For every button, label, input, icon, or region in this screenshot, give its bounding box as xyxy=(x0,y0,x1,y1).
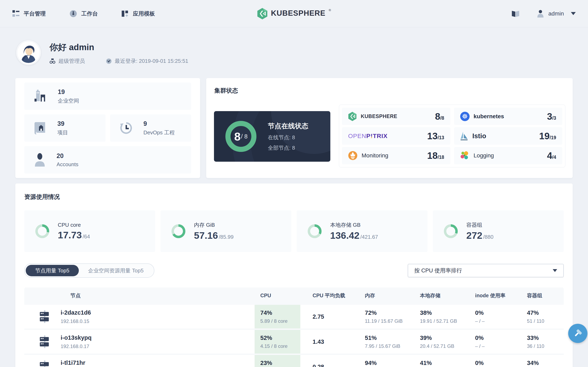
topbar: 平台管理 工作台 xyxy=(0,0,588,27)
projects-count: 39 xyxy=(57,120,68,127)
docs-book-icon[interactable] xyxy=(511,10,520,17)
component-total: /3 xyxy=(552,115,556,121)
workspaces-count: 19 xyxy=(58,88,79,96)
chevron-down-icon xyxy=(571,12,576,15)
node-name: i-2dazc1d6 xyxy=(61,309,91,316)
component-total: /13 xyxy=(438,135,444,141)
project-icon xyxy=(34,121,47,135)
toolbox-fab-button[interactable] xyxy=(568,324,587,343)
cpu-cell: 74% 5.89 / 8 core xyxy=(255,305,300,328)
accounts-label: Accounts xyxy=(57,161,78,167)
component-logging: Logging 4/4 xyxy=(454,147,562,164)
node-status-heading: 节点在线状态 xyxy=(268,122,308,131)
memory-gauge: 内存 GiB 57.16/85.99 xyxy=(160,210,291,252)
devops-tile[interactable]: 9 DevOps 工程 xyxy=(110,114,191,142)
node-usage-table: 节点 CPU CPU 平均负载 内存 本地存储 inode 使用率 容器组 xyxy=(24,287,564,367)
nodes-total-line: 全部节点: 8 xyxy=(268,144,308,151)
kubesphere-hexagon-icon xyxy=(348,112,357,121)
last-login-label: 最近登录: 2019-09-01 15:25:51 xyxy=(115,58,188,65)
component-name: Logging xyxy=(474,152,494,159)
node-name: i-tl1i71hr xyxy=(61,359,86,366)
devops-icon xyxy=(120,121,133,135)
node-ip: 192.168.0.17 xyxy=(61,343,92,349)
workspaces-tile[interactable]: 19 企业空间 xyxy=(24,83,191,110)
component-kubernetes: ☸ kubernetes 3/3 xyxy=(454,108,562,125)
accounts-icon xyxy=(34,153,46,167)
gauge-total: /880 xyxy=(483,234,493,240)
hammer-icon xyxy=(572,328,584,339)
col-header-inode: inode 使用率 xyxy=(471,292,523,299)
pods-cell: 47% 51 / 110 xyxy=(523,305,564,328)
gauge-value: 17.73 xyxy=(58,229,82,241)
node-name: i-o13skypq xyxy=(61,334,92,341)
gauge-label: CPU core xyxy=(58,222,90,228)
gauge-label: 内存 GiB xyxy=(194,221,233,229)
node-icon xyxy=(39,310,50,323)
nodes-online-value: 8 xyxy=(234,130,241,143)
node-status-donut: 8 / 8 xyxy=(225,121,256,152)
table-row[interactable]: i-o13skypq 192.168.0.17 52% 4.15 / 8 cor… xyxy=(24,330,564,354)
cpu-cell: 52% 4.15 / 8 core xyxy=(255,330,300,354)
dashboard-icon xyxy=(69,10,77,17)
gauge-value: 272 xyxy=(466,230,482,241)
storage-cell: 41% 21.56 / 52.71 GB xyxy=(416,355,471,367)
logo-text: KUBESPHERE xyxy=(271,8,325,18)
kubesphere-logo[interactable]: KUBESPHERE ® xyxy=(257,8,331,19)
inode-cell: 0% – / – xyxy=(471,355,523,367)
cpu-gauge: CPU core 17.73/64 xyxy=(24,210,155,252)
user-menu[interactable]: admin xyxy=(537,10,576,17)
nav-label: 平台管理 xyxy=(24,10,46,17)
prometheus-logo-icon xyxy=(348,151,357,160)
user-name: admin xyxy=(548,10,564,17)
component-value: 13 xyxy=(427,131,438,142)
memory-cell: 94% 7.25 / 7.8 GiB xyxy=(361,355,416,367)
accounts-tile[interactable]: 20 Accounts xyxy=(24,146,191,174)
tab-workspace-usage-top5[interactable]: 企业空间资源用量 Top5 xyxy=(79,265,153,276)
workspace-icon xyxy=(34,89,47,104)
nodes-total-value: / 8 xyxy=(241,133,247,140)
user-avatar-icon xyxy=(537,10,544,17)
table-row[interactable]: i-2dazc1d6 192.168.0.15 74% 5.89 / 8 cor… xyxy=(24,305,564,328)
component-kubesphere: KUBESPHERE 8/8 xyxy=(342,108,450,125)
storage-cell: 39% 20.4 / 52.71 GB xyxy=(416,330,471,354)
greeting-text: 你好 admin 超级管理员 xyxy=(49,40,188,65)
col-header-load: CPU 平均负载 xyxy=(300,292,361,299)
component-total: /8 xyxy=(440,115,444,121)
gauge-total: /64 xyxy=(83,234,90,240)
nav-platform-management[interactable]: 平台管理 xyxy=(12,10,46,17)
kubesphere-dashboard: 平台管理 工作台 xyxy=(0,0,588,367)
workspaces-label: 企业空间 xyxy=(58,97,79,104)
role-icon xyxy=(49,58,56,64)
overview-card: 19 企业空间 xyxy=(15,78,200,178)
node-icon xyxy=(39,360,50,367)
table-row[interactable]: i-tl1i71hr 192.168.0.9 23% 1.79 / 8 core… xyxy=(24,355,564,367)
tab-node-usage-top5[interactable]: 节点用量 Top5 xyxy=(26,265,79,276)
kubesphere-hexagon-icon xyxy=(257,8,268,19)
col-header-pods: 容器组 xyxy=(523,292,564,299)
component-openpitrix: OPENP!TRIX 13/13 xyxy=(342,127,450,145)
sort-dropdown[interactable]: 按 CPU 使用率排行 xyxy=(408,264,564,277)
cpu-ring xyxy=(35,224,49,238)
resource-gauges: CPU core 17.73/64 内存 GiB 57.16/85.99 本地存… xyxy=(24,210,564,252)
memory-cell: 72% 11.19 / 15.67 GiB xyxy=(361,305,416,328)
component-value: 19 xyxy=(539,131,550,142)
user-role: 超级管理员 xyxy=(49,58,85,65)
node-ip: 192.168.0.15 xyxy=(61,318,91,324)
nav-workbench[interactable]: 工作台 xyxy=(69,10,98,17)
component-name: KUBESPHERE xyxy=(361,113,397,119)
openpitrix-logo-text: OPENP!TRIX xyxy=(348,133,388,140)
pods-cell: 33% 36 / 110 xyxy=(523,330,564,354)
memory-ring xyxy=(172,224,185,238)
resource-usage-title: 资源使用情况 xyxy=(24,193,564,201)
storage-cell: 38% 19.91 / 52.71 GB xyxy=(416,305,471,328)
component-name: kubernetes xyxy=(474,113,504,120)
components-panel: KUBESPHERE 8/8 ☸ kubernetes 3/3 OPENP!TR… xyxy=(339,105,565,167)
pods-gauge: 容器组 272/880 xyxy=(433,210,564,252)
projects-tile[interactable]: 39 项目 xyxy=(24,114,105,142)
istio-logo-icon xyxy=(460,131,468,141)
nav-app-templates[interactable]: 应用模板 xyxy=(121,10,155,17)
component-name: Monitoring xyxy=(362,152,388,159)
component-value: 3 xyxy=(547,111,552,122)
topbar-right: admin xyxy=(511,10,576,17)
role-label: 超级管理员 xyxy=(58,58,85,65)
